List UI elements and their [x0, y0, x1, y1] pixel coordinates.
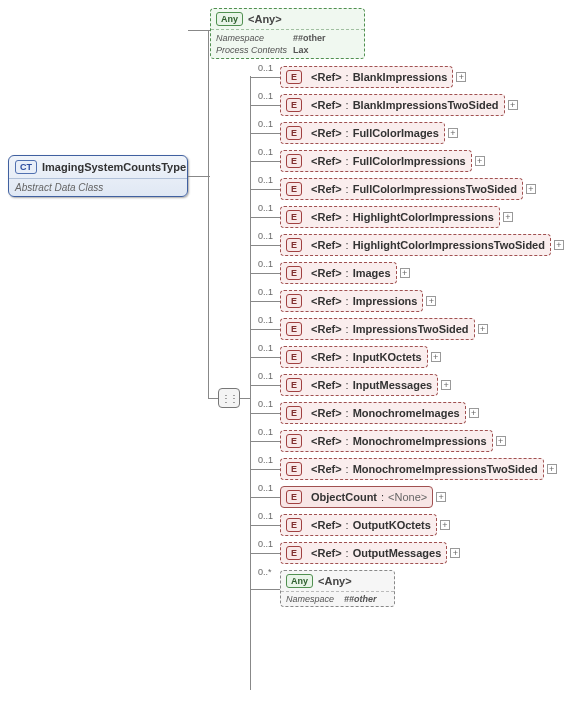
connector-line — [250, 245, 280, 246]
element-node[interactable]: E<Ref> : MonochromeImages — [280, 402, 466, 424]
process-value: Lax — [293, 45, 359, 55]
element-node[interactable]: E<Ref> : HighlightColorImpressions — [280, 206, 500, 228]
ref-name: MonochromeImpressions — [353, 435, 487, 447]
cardinality-label: 0..1 — [258, 371, 273, 381]
ref-label: <Ref> — [311, 155, 342, 167]
expand-icon[interactable]: + — [503, 212, 513, 222]
cardinality-label: 0..1 — [258, 91, 273, 101]
element-ref-row: 0..1E<Ref> : FullColorImages+ — [250, 122, 570, 144]
connector-line — [250, 217, 280, 218]
separator: : — [346, 323, 349, 335]
element-node[interactable]: E<Ref> : Impressions — [280, 290, 423, 312]
namespace-value: ##other — [293, 33, 359, 43]
separator: : — [346, 519, 349, 531]
element-badge: E — [286, 518, 302, 532]
expand-icon[interactable]: + — [436, 492, 446, 502]
separator: : — [346, 547, 349, 559]
expand-icon[interactable]: + — [426, 296, 436, 306]
element-ref-row: 0..1E<Ref> : MonochromeImpressionsTwoSid… — [250, 458, 570, 480]
cardinality-label: 0..1 — [258, 427, 273, 437]
element-badge: E — [286, 98, 302, 112]
expand-icon[interactable]: + — [448, 128, 458, 138]
connector-line — [208, 398, 218, 399]
namespace-value: ##other — [344, 594, 377, 604]
cardinality-label: 0..1 — [258, 287, 273, 297]
expand-icon[interactable]: + — [469, 408, 479, 418]
namespace-label: Namespace — [286, 594, 334, 604]
element-node[interactable]: E<Ref> : FullColorImages — [280, 122, 445, 144]
any-wildcard-bottom[interactable]: Any<Any>Namespace##other — [280, 570, 395, 607]
element-badge: E — [286, 294, 302, 308]
ref-name: BlankImpressions — [353, 71, 448, 83]
ref-name: MonochromeImages — [353, 407, 460, 419]
ref-name: InputMessages — [353, 379, 432, 391]
element-node[interactable]: E<Ref> : OutputMessages — [280, 542, 447, 564]
element-node[interactable]: E<Ref> : FullColorImpressionsTwoSided — [280, 178, 523, 200]
element-node[interactable]: EObjectCount : <None> — [280, 486, 433, 508]
connector-line — [250, 357, 280, 358]
element-badge: E — [286, 406, 302, 420]
ref-name: OutputKOctets — [353, 519, 431, 531]
expand-icon[interactable]: + — [554, 240, 564, 250]
expand-icon[interactable]: + — [450, 548, 460, 558]
ref-name: HighlightColorImpressions — [353, 211, 494, 223]
ref-name: FullColorImages — [353, 127, 439, 139]
connector-line — [188, 30, 210, 31]
connector-line — [250, 413, 280, 414]
element-node[interactable]: E<Ref> : InputMessages — [280, 374, 438, 396]
cardinality-label: 0..1 — [258, 539, 273, 549]
expand-icon[interactable]: + — [508, 100, 518, 110]
element-node[interactable]: E<Ref> : Images — [280, 262, 397, 284]
any-header: Any <Any> — [211, 9, 364, 30]
element-node[interactable]: E<Ref> : OutputKOctets — [280, 514, 437, 536]
element-node[interactable]: E<Ref> : FullColorImpressions — [280, 150, 472, 172]
expand-icon[interactable]: + — [441, 380, 451, 390]
expand-icon[interactable]: + — [431, 352, 441, 362]
element-node[interactable]: E<Ref> : ImpressionsTwoSided — [280, 318, 475, 340]
cardinality-label: 0..1 — [258, 147, 273, 157]
separator: : — [346, 407, 349, 419]
separator: : — [346, 239, 349, 251]
ref-label: <Ref> — [311, 99, 342, 111]
expand-icon[interactable]: + — [456, 72, 466, 82]
separator: : — [381, 491, 384, 503]
element-node[interactable]: E<Ref> : BlankImpressionsTwoSided — [280, 94, 505, 116]
expand-icon[interactable]: + — [440, 520, 450, 530]
connector-line — [250, 497, 280, 498]
element-ref-row: 0..1E<Ref> : OutputMessages+ — [250, 542, 570, 564]
element-node[interactable]: E<Ref> : MonochromeImpressionsTwoSided — [280, 458, 544, 480]
element-ref-row: 0..1E<Ref> : FullColorImpressions+ — [250, 150, 570, 172]
expand-icon[interactable]: + — [496, 436, 506, 446]
element-badge: E — [286, 266, 302, 280]
ref-label: <Ref> — [311, 239, 342, 251]
element-node[interactable]: E<Ref> : InputKOctets — [280, 346, 428, 368]
expand-icon[interactable]: + — [478, 324, 488, 334]
element-node[interactable]: E<Ref> : HighlightColorImpressionsTwoSid… — [280, 234, 551, 256]
cardinality-label: 0..1 — [258, 119, 273, 129]
separator: : — [346, 295, 349, 307]
expand-icon[interactable]: + — [526, 184, 536, 194]
element-ref-row: 0..1E<Ref> : ImpressionsTwoSided+ — [250, 318, 570, 340]
element-ref-row: 0..1E<Ref> : InputKOctets+ — [250, 346, 570, 368]
element-ref-row: 0..1E<Ref> : InputMessages+ — [250, 374, 570, 396]
ref-label: <Ref> — [311, 407, 342, 419]
element-badge: E — [286, 126, 302, 140]
element-badge: E — [286, 434, 302, 448]
any-wildcard-top: Any <Any> Namespace ##other Process Cont… — [210, 8, 365, 59]
element-label: ObjectCount — [311, 491, 377, 503]
element-node[interactable]: E<Ref> : BlankImpressions — [280, 66, 453, 88]
element-node[interactable]: E<Ref> : MonochromeImpressions — [280, 430, 493, 452]
cardinality-label: 0..* — [258, 567, 272, 577]
element-ref-row: 0..1E<Ref> : HighlightColorImpressions+ — [250, 206, 570, 228]
connector-line — [250, 469, 280, 470]
element-ref-row: 0..1EObjectCount : <None>+ — [250, 486, 570, 508]
cardinality-label: 0..1 — [258, 315, 273, 325]
connector-line — [250, 441, 280, 442]
expand-icon[interactable]: + — [547, 464, 557, 474]
cardinality-label: 0..1 — [258, 343, 273, 353]
expand-icon[interactable]: + — [400, 268, 410, 278]
expand-icon[interactable]: + — [475, 156, 485, 166]
cardinality-label: 0..1 — [258, 483, 273, 493]
ref-label: <Ref> — [311, 463, 342, 475]
element-badge: E — [286, 154, 302, 168]
